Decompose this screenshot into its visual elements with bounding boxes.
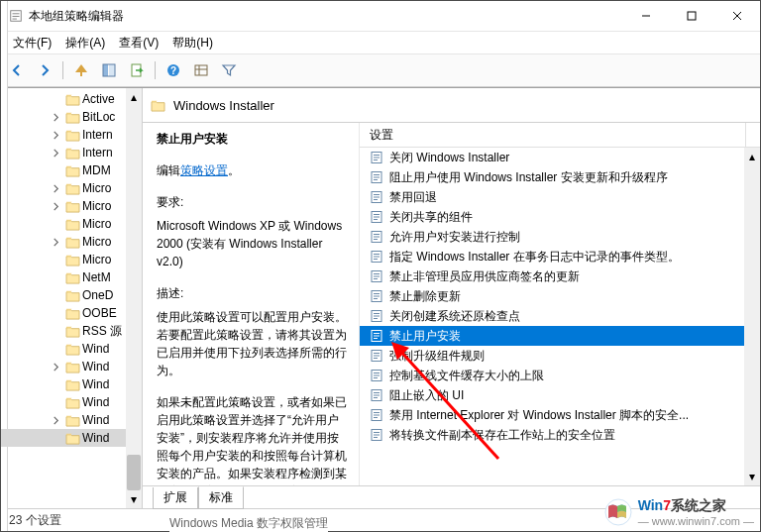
tree-item[interactable]: Wind xyxy=(1,340,142,358)
list-scrollbar[interactable]: ▴ ▾ xyxy=(744,148,760,485)
tree-item-label: Micro xyxy=(82,181,111,195)
tree-item[interactable]: Intern xyxy=(1,126,142,144)
tree-item-label: OOBE xyxy=(82,306,117,320)
tree-item[interactable]: Micro xyxy=(1,179,142,197)
list-item-label: 阻止嵌入的 UI xyxy=(389,387,464,404)
scroll-down-icon[interactable]: ▾ xyxy=(127,492,141,506)
list-header[interactable]: 设置 xyxy=(360,123,760,148)
list-item[interactable]: 关闭 Windows Installer xyxy=(360,148,760,167)
tree-item-label: Wind xyxy=(82,431,109,445)
list-item-label: 关闭 Windows Installer xyxy=(389,150,509,166)
list-item[interactable]: 强制升级组件规则 xyxy=(360,346,760,366)
close-button[interactable] xyxy=(714,1,760,31)
scroll-up-icon[interactable]: ▴ xyxy=(745,150,759,163)
list-item[interactable]: 禁止非管理员应用供应商签名的更新 xyxy=(360,266,760,286)
tree-item[interactable]: Wind xyxy=(1,411,142,429)
list-item[interactable]: 允许用户对安装进行控制 xyxy=(360,227,760,247)
list-item[interactable]: 禁止用户安装 xyxy=(360,326,760,346)
tree-item[interactable]: BitLoc xyxy=(1,108,142,126)
tree-item[interactable]: Micro xyxy=(1,251,142,268)
tree-item-label: Intern xyxy=(82,128,113,142)
tab-extended[interactable]: 扩展 xyxy=(153,487,198,509)
list-item-label: 关闭共享的组件 xyxy=(389,209,473,226)
list-item-label: 关闭创建系统还原检查点 xyxy=(389,308,520,325)
svg-rect-3 xyxy=(13,19,17,20)
export-button[interactable] xyxy=(125,58,149,82)
policy-title: 禁止用户安装 xyxy=(157,131,347,148)
tree-item[interactable]: Wind xyxy=(1,429,142,447)
list-item[interactable]: 阻止嵌入的 UI xyxy=(360,385,760,405)
tree-item[interactable]: Micro xyxy=(1,215,142,233)
svg-text:?: ? xyxy=(170,65,176,76)
expand-arrow-icon[interactable] xyxy=(51,237,61,248)
expand-arrow-icon[interactable] xyxy=(51,130,61,141)
tree-item[interactable]: Wind xyxy=(1,358,142,375)
list-header-label: 设置 xyxy=(370,127,393,144)
tree-item-label: Wind xyxy=(82,342,109,356)
list-item[interactable]: 将转换文件副本保存在工作站上的安全位置 xyxy=(360,425,760,445)
tab-standard[interactable]: 标准 xyxy=(198,486,244,509)
back-button[interactable] xyxy=(5,58,29,82)
description-p1: 使用此策略设置可以配置用户安装。若要配置此策略设置，请将其设置为已启用并使用下拉… xyxy=(157,308,347,379)
tree-item-label: NetM xyxy=(82,270,111,284)
edit-policy-link[interactable]: 策略设置 xyxy=(180,163,228,177)
menu-help[interactable]: 帮助(H) xyxy=(166,33,219,53)
list-item[interactable]: 阻止用户使用 Windows Installer 安装更新和升级程序 xyxy=(360,167,760,187)
expand-arrow-icon[interactable] xyxy=(51,201,61,212)
scroll-thumb[interactable] xyxy=(127,455,141,490)
help-button[interactable]: ? xyxy=(162,58,185,82)
expand-arrow-icon[interactable] xyxy=(51,148,61,159)
properties-button[interactable] xyxy=(189,58,213,82)
list-item-label: 禁止删除更新 xyxy=(389,288,461,305)
minimize-button[interactable] xyxy=(623,1,669,31)
tree-item[interactable]: Micro xyxy=(1,233,142,251)
tree-item[interactable]: RSS 源 xyxy=(1,322,142,340)
expand-arrow-icon[interactable] xyxy=(51,415,61,426)
list-item[interactable]: 禁止删除更新 xyxy=(360,286,760,306)
description-label: 描述: xyxy=(157,284,347,302)
list-item-label: 将转换文件副本保存在工作站上的安全位置 xyxy=(389,427,615,444)
list-item[interactable]: 关闭创建系统还原检查点 xyxy=(360,306,760,326)
tree-item-label: BitLoc xyxy=(82,110,115,124)
tree-item-label: OneD xyxy=(82,288,113,302)
svg-rect-1 xyxy=(13,13,20,14)
forward-button[interactable] xyxy=(33,58,56,82)
list-item-label: 阻止用户使用 Windows Installer 安装更新和升级程序 xyxy=(389,169,668,186)
list-item-label: 禁用回退 xyxy=(389,189,437,206)
edit-prefix: 编辑 xyxy=(157,163,180,177)
scroll-down-icon[interactable]: ▾ xyxy=(745,470,759,483)
tree-scrollbar[interactable]: ▴ ▾ xyxy=(126,88,142,508)
menu-file[interactable]: 文件(F) xyxy=(7,33,57,53)
tree-item-label: Micro xyxy=(82,199,111,213)
menu-view[interactable]: 查看(V) xyxy=(113,33,164,53)
list-item-label: 强制升级组件规则 xyxy=(389,348,485,365)
show-tree-button[interactable] xyxy=(97,58,121,82)
tree-item[interactable]: NetM xyxy=(1,268,142,286)
tree-item[interactable]: MDM xyxy=(1,161,142,179)
tree-item-label: Micro xyxy=(82,235,111,249)
expand-arrow-icon[interactable] xyxy=(51,112,61,123)
scroll-up-icon[interactable]: ▴ xyxy=(127,90,141,104)
tree-item[interactable]: Active xyxy=(1,90,142,108)
list-item[interactable]: 禁用 Internet Explorer 对 Windows Installer… xyxy=(360,405,760,425)
up-button[interactable] xyxy=(69,58,93,82)
filter-button[interactable] xyxy=(217,58,241,82)
tree-item[interactable]: Wind xyxy=(1,393,142,411)
expand-arrow-icon[interactable] xyxy=(51,183,61,194)
list-item[interactable]: 关闭共享的组件 xyxy=(360,207,760,227)
tree-item[interactable]: Micro xyxy=(1,197,142,215)
list-item[interactable]: 禁用回退 xyxy=(360,187,760,207)
tree-item[interactable]: Wind xyxy=(1,375,142,393)
folder-icon xyxy=(151,99,165,112)
list-item[interactable]: 指定 Windows Installer 在事务日志中记录的事件类型。 xyxy=(360,247,760,266)
status-text: 23 个设置 xyxy=(9,512,61,529)
tree-item[interactable]: OOBE xyxy=(1,304,142,322)
svg-rect-9 xyxy=(109,64,115,76)
tree-item[interactable]: OneD xyxy=(1,286,142,304)
tree-item-label: MDM xyxy=(82,163,111,177)
list-item[interactable]: 控制基线文件缓存大小的上限 xyxy=(360,366,760,385)
menu-action[interactable]: 操作(A) xyxy=(59,33,111,53)
tree-item[interactable]: Intern xyxy=(1,144,142,161)
expand-arrow-icon[interactable] xyxy=(51,362,61,372)
maximize-button[interactable] xyxy=(669,1,714,31)
